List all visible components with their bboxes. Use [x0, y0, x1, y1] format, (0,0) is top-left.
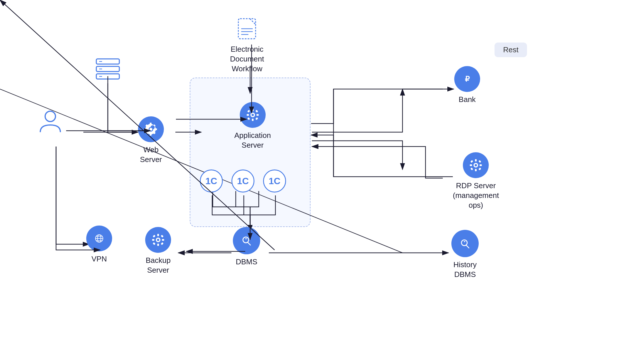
one-c-3: 1C	[263, 170, 286, 192]
bank-label: Bank	[459, 95, 476, 105]
history-dbms-node: HistoryDBMS	[451, 230, 479, 280]
edw-label: ElectronicDocumentWorkflow	[230, 45, 264, 74]
dbms-icon	[233, 227, 260, 254]
svg-rect-59	[470, 164, 472, 166]
svg-rect-45	[162, 239, 164, 241]
web-server-node: WebServer	[138, 116, 164, 165]
app-server-container	[190, 78, 310, 227]
svg-rect-57	[475, 159, 477, 161]
arrows-layer	[0, 0, 644, 362]
svg-point-65	[459, 237, 471, 250]
svg-rect-58	[475, 169, 477, 171]
db-stack-icon	[95, 57, 121, 80]
main-arrows	[0, 0, 644, 362]
app-server-node: ApplicationServer	[234, 102, 271, 150]
svg-point-20	[252, 114, 254, 116]
svg-rect-24	[256, 114, 259, 116]
dbms-symbol-icon	[239, 234, 254, 248]
vpn-label: VPN	[91, 254, 107, 264]
backup-server-icon	[145, 227, 171, 253]
rdp-server-label: RDP Server(managementops)	[453, 181, 499, 210]
svg-point-9	[45, 111, 55, 122]
gear-icon	[144, 122, 158, 136]
svg-rect-23	[247, 114, 249, 116]
svg-rect-21	[252, 109, 254, 111]
svg-rect-42	[157, 234, 159, 236]
one-c-1: 1C	[200, 170, 223, 192]
vpn-icon	[86, 226, 112, 251]
gear-icon-backup	[151, 233, 165, 247]
rdp-server-node: RDP Server(managementops)	[453, 152, 499, 210]
bank-node: ₽ Bank	[454, 66, 480, 105]
architecture-diagram: Rest	[0, 0, 644, 362]
svg-point-50	[240, 234, 253, 247]
backup-server-label: BackupServer	[146, 256, 171, 275]
gear-icon-rdp	[469, 158, 483, 172]
dbms-label: DBMS	[236, 257, 257, 267]
rdp-server-icon	[463, 152, 489, 178]
one-c-2: 1C	[231, 170, 254, 192]
svg-point-41	[157, 239, 159, 241]
svg-point-56	[475, 164, 477, 166]
svg-rect-22	[252, 119, 254, 121]
vpn-symbol-icon	[92, 231, 106, 246]
db-stack-node	[95, 57, 121, 80]
edw-node: ElectronicDocumentWorkflow	[230, 16, 264, 74]
person-node	[37, 109, 63, 135]
dbms-node: DBMS	[233, 227, 260, 267]
svg-rect-60	[480, 164, 482, 166]
svg-rect-43	[157, 244, 159, 246]
svg-text:₽: ₽	[465, 75, 470, 83]
app-server-label: ApplicationServer	[234, 131, 271, 150]
bank-icon: ₽	[454, 66, 480, 92]
web-server-label: WebServer	[140, 145, 162, 165]
rest-badge: Rest	[494, 43, 527, 57]
svg-point-17	[150, 128, 152, 131]
history-dbms-icon	[451, 230, 479, 257]
app-server-icon	[240, 102, 266, 128]
history-dbms-symbol-icon	[458, 236, 472, 251]
gear-icon-app	[246, 108, 260, 122]
vpn-node: VPN	[86, 226, 112, 264]
web-server-icon	[138, 116, 164, 142]
backup-server-node: BackupServer	[145, 227, 171, 275]
history-dbms-label: HistoryDBMS	[453, 260, 477, 280]
edw-icon	[234, 16, 260, 42]
svg-rect-44	[152, 239, 154, 241]
ruble-icon: ₽	[460, 72, 474, 86]
person-icon	[37, 109, 63, 135]
